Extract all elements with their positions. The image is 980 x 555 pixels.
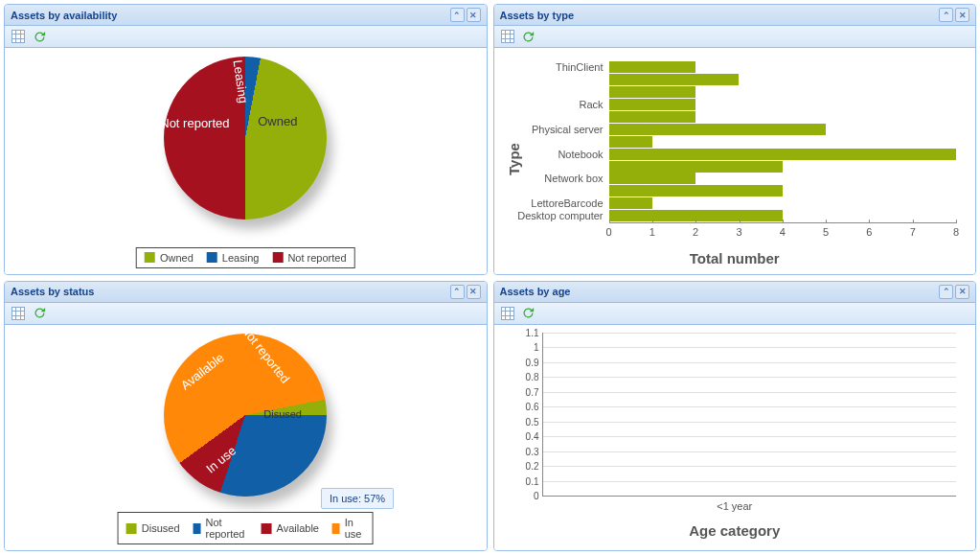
legend-item[interactable]: Owned [145,252,194,264]
refresh-icon[interactable] [32,29,47,44]
bar-category-label: ThinClient [556,61,609,73]
bar [609,185,783,197]
panel-header: Assets by status ⌃ ✕ [5,282,487,303]
grid-icon[interactable] [500,29,515,44]
close-icon[interactable]: ✕ [955,285,969,299]
y-tick: 0.7 [526,386,543,397]
bar-category-label: LettoreBarcode [531,197,608,209]
x-tick: 5 [823,223,829,238]
age-chart: 00.10.20.30.40.50.60.70.80.911.1 <1 year… [504,331,967,542]
x-tick: 7 [910,223,916,238]
bar [609,173,696,184]
x-tick: 6 [866,223,872,238]
gridline [543,466,957,467]
x-axis-label: Age category [689,522,780,539]
panel-header: Assets by availability ⌃ ✕ [5,5,487,26]
bar-row: Physical server [609,123,957,135]
legend-item[interactable]: Leasing [207,252,260,264]
gridline [543,406,957,407]
panel-title: Assets by type [500,10,940,21]
y-tick: 0.4 [526,431,543,442]
gridline [543,436,957,437]
grid-icon[interactable] [11,306,26,321]
bar [609,61,696,73]
bar-row [609,185,957,197]
grid-icon[interactable] [11,29,26,44]
legend-item[interactable]: Not reported [194,517,248,540]
panel-toolbar [5,303,487,325]
y-tick: 0.2 [526,461,543,472]
y-tick: 0.6 [526,402,543,412]
bar [609,149,957,160]
y-tick: 0 [534,491,543,501]
refresh-icon[interactable] [521,306,536,321]
refresh-icon[interactable] [521,29,536,44]
gridline [543,481,957,482]
svg-rect-0 [12,31,25,43]
collapse-icon[interactable]: ⌃ [450,8,465,22]
svg-rect-2 [12,307,25,319]
y-tick: 0.5 [526,416,543,427]
bar-row: Rack [609,99,957,111]
x-tick: 3 [736,223,741,238]
gridline [543,362,957,363]
bar-category-label: Rack [579,99,608,110]
y-tick: 1.1 [526,327,543,337]
y-tick: 0.1 [526,475,543,486]
bar-row [609,135,957,148]
x-tick: 4 [780,223,786,238]
collapse-icon[interactable]: ⌃ [939,8,953,22]
x-tick: 1 [650,223,655,238]
bar-row [609,111,957,124]
x-axis-label: Total number [690,250,780,266]
close-icon[interactable]: ✕ [467,285,481,299]
panel-header: Assets by type ⌃ ✕ [494,5,976,26]
x-tick: 8 [953,223,959,238]
x-tick: 2 [693,223,698,238]
bar-row: LettoreBarcode [609,197,957,210]
bar-category-label: Notebook [558,149,608,160]
bar-row: Notebook [609,148,957,160]
bar-row [609,86,957,99]
bar [609,99,696,110]
age-x-tick: <1 year [717,500,752,512]
availability-legend: Owned Leasing Not reported [136,247,355,268]
y-tick: 0.8 [526,372,543,382]
bar-row: ThinClient [609,61,957,74]
panel-title: Assets by status [11,286,450,297]
refresh-icon[interactable] [32,306,47,321]
bar [609,86,696,98]
legend-item[interactable]: In use [332,517,365,540]
bar [609,161,783,173]
bar-row: Network box [609,173,957,185]
close-icon[interactable]: ✕ [955,8,969,22]
gridline [543,451,957,452]
bar [609,74,740,85]
panel-title: Assets by availability [11,10,450,21]
svg-rect-1 [501,31,513,43]
gridline [543,333,957,334]
legend-item[interactable]: Available [262,517,319,540]
panel-toolbar [494,26,976,48]
grid-icon[interactable] [500,306,515,321]
collapse-icon[interactable]: ⌃ [939,285,953,299]
gridline [543,377,957,378]
legend-item[interactable]: Disused [126,517,180,540]
panel-age: Assets by age ⌃ ✕ 00.10.20.30.40.50.60.7… [493,281,977,552]
close-icon[interactable]: ✕ [467,8,481,22]
legend-item[interactable]: Not reported [272,252,346,264]
gridline [543,347,957,348]
panel-toolbar [5,26,487,48]
status-legend: Disused Not reported Available In use [118,512,374,544]
panel-availability: Assets by availability ⌃ ✕ Owned Leasing… [4,4,488,275]
collapse-icon[interactable]: ⌃ [450,285,465,299]
type-bar-chart: Type ThinClientRackPhysical serverNotebo… [504,54,967,265]
bar-category-label: Physical server [532,124,609,135]
status-pie [164,334,327,497]
bar [609,136,652,148]
panel-header: Assets by age ⌃ ✕ [494,282,976,303]
bar [609,197,652,209]
bar-row [609,160,957,173]
panel-title: Assets by age [500,286,940,297]
x-tick: 0 [605,223,611,238]
